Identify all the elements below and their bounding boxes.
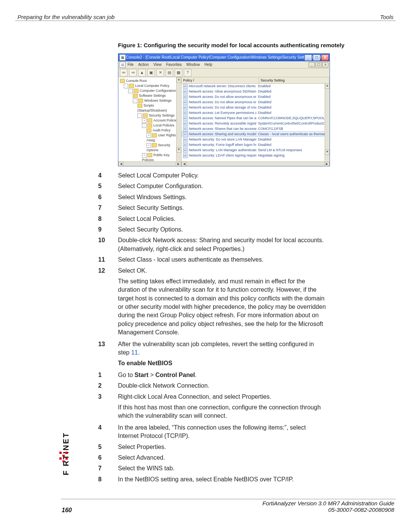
mdi-close-button[interactable]: x [322, 62, 328, 67]
policy-row[interactable]: abNetwork access: Allow anonymous SID/Na… [182, 89, 325, 94]
tree-expander-icon[interactable]: - [128, 89, 133, 93]
help-button[interactable]: ? [184, 69, 191, 77]
scroll-right-icon[interactable]: ▶ [324, 162, 330, 166]
header-rule [15, 21, 396, 21]
tree-expander-icon[interactable]: - [124, 84, 128, 88]
menu-item[interactable]: View [153, 61, 162, 68]
policy-row[interactable]: abNetwork access: Named Pipes that can b… [182, 115, 325, 121]
policy-row[interactable]: abNetwork security: LDAP client signing … [182, 153, 325, 158]
tree-node[interactable]: +Security Options [120, 143, 180, 153]
list-vertical-scrollbar[interactable]: ▲ ▼ [325, 83, 330, 161]
policy-row[interactable]: abNetwork access: Do not allow storage o… [182, 105, 325, 110]
scroll-left-icon[interactable]: ◀ [182, 162, 187, 166]
tree-expander-icon[interactable]: + [147, 133, 151, 138]
policy-name: Network access: Named Pipes that can be … [189, 116, 256, 120]
folder-icon [147, 128, 151, 133]
step-crossref-link[interactable]: 11 [131, 349, 138, 356]
policy-row[interactable]: abNetwork access: Let Everyone permissio… [182, 110, 325, 115]
list-horizontal-scrollbar[interactable]: ◀ ▶ [182, 161, 330, 166]
menu-item[interactable]: Favorites [166, 61, 182, 68]
scroll-right-icon[interactable]: ▶ [176, 162, 181, 166]
policy-value: System\CurrentControlSet\Control\Product… [258, 121, 325, 125]
delete-button[interactable]: ✕ [156, 69, 164, 77]
policy-value: Classic - local users authenticate as th… [258, 132, 325, 136]
step-text: Go to Start > Control Panel. [118, 371, 327, 379]
tree-node[interactable]: -Local Policies [120, 123, 180, 128]
step-number: 4 [98, 423, 118, 441]
policy-row[interactable]: abNetwork security: LAN Manager authenti… [182, 147, 325, 153]
policy-row[interactable]: abNetwork access: Sharing and security m… [182, 131, 325, 137]
policy-value: Disabled [258, 111, 271, 115]
nav-back-button[interactable]: ⇐ [120, 69, 127, 77]
column-header-policy[interactable]: Policy / [182, 77, 259, 83]
mdi-restore-button[interactable]: ▢ [315, 62, 322, 67]
policy-row[interactable]: abNetwork access: Do not allow anonymous… [182, 94, 325, 99]
mdi-minimize-button[interactable]: _ [309, 62, 315, 67]
tree-node[interactable]: Audit Policy [120, 128, 180, 133]
tree-label: Security Settings [149, 113, 175, 117]
menu-item[interactable]: Help [204, 61, 212, 68]
tree-node[interactable]: -Computer Configuration [120, 88, 180, 93]
scroll-down-icon[interactable]: ▼ [177, 147, 181, 153]
step-note: The setting takes effect immediately, an… [118, 277, 327, 337]
properties-button[interactable]: ▤ [166, 69, 173, 77]
tree-node[interactable]: +Account Policies [120, 118, 180, 123]
tree-expander-icon[interactable]: - [142, 123, 147, 128]
tree-expander-icon[interactable]: + [147, 143, 151, 148]
tree-expander-icon[interactable]: + [142, 153, 147, 158]
tree-node[interactable]: Console Root [120, 78, 180, 83]
close-button[interactable]: X [321, 54, 329, 61]
policy-row[interactable]: abNetwork security: Do not store LAN Man… [182, 137, 325, 142]
step-text: Double-click Network access: Sharing and… [118, 236, 327, 253]
policy-row[interactable]: abNetwork access: Do not allow anonymous… [182, 99, 325, 105]
step-item: 4In the area labeled, “This connection u… [98, 423, 327, 441]
scroll-left-icon[interactable]: ◀ [118, 162, 124, 166]
step-number: 11 [98, 256, 118, 264]
list-header[interactable]: Policy / Security Setting [182, 77, 330, 84]
menu-item[interactable]: File [127, 61, 134, 68]
scroll-down-icon[interactable]: ▼ [325, 150, 330, 155]
policy-row[interactable]: abNetwork access: Remotely accessible re… [182, 121, 325, 126]
tree-horizontal-scrollbar[interactable]: ◀ ▶ [118, 161, 181, 166]
policy-item-icon: ab [183, 100, 188, 105]
tree-node[interactable]: Software Settings [120, 93, 180, 98]
policy-row[interactable]: abMicrosoft network server: Disconnect c… [182, 83, 325, 89]
step-item: 8Select Local Policies. [98, 215, 327, 223]
tree-vertical-scrollbar[interactable]: ▲ ▼ [176, 77, 181, 161]
folder-icon [147, 153, 152, 157]
step-number: 8 [98, 475, 118, 484]
tree-node[interactable]: -Local Computer Policy [120, 83, 180, 88]
tree-expander-icon[interactable]: - [137, 113, 142, 118]
nav-forward-button[interactable]: ⇒ [129, 69, 137, 77]
policy-item-icon: ab [183, 143, 188, 147]
column-header-setting[interactable]: Security Setting [259, 77, 330, 83]
maximize-button[interactable]: □ [313, 54, 320, 61]
tree-label: Account Policies [153, 118, 178, 122]
tree-node[interactable]: +User Rights Assig [120, 133, 180, 143]
scroll-up-icon[interactable]: ▲ [325, 83, 330, 89]
menu-item[interactable]: Action [138, 61, 149, 68]
tree-expander-icon[interactable]: + [142, 118, 147, 123]
step-number: 9 [98, 225, 118, 234]
step-item: 4Select Local Computer Policy. [98, 171, 327, 180]
up-button[interactable]: ▲ [138, 69, 146, 77]
policy-item-icon: ab [183, 148, 188, 153]
export-button[interactable]: ▦ [175, 69, 182, 77]
policy-row[interactable]: abNetwork security: Force logoff when lo… [182, 142, 325, 147]
tree-node[interactable]: -Security Settings [120, 113, 180, 118]
mmc-tree-pane[interactable]: Console Root-Local Computer Policy-Compu… [118, 77, 182, 166]
step-item: 12 Select OK. [98, 267, 327, 275]
menu-item[interactable]: Window [186, 61, 200, 68]
mmc-details-pane[interactable]: Policy / Security Setting abMicrosoft ne… [182, 77, 330, 166]
tree-expander-icon[interactable]: - [133, 99, 137, 103]
mmc-titlebar[interactable]: ▦ Console2 - [Console Root\Local Compute… [118, 54, 330, 61]
step-item: 5Select Properties. [98, 443, 327, 451]
policy-row[interactable]: abNetwork access: Shares that can be acc… [182, 126, 325, 131]
policy-value: Disabled [258, 143, 271, 147]
step-text: Select Local Computer Policy. [118, 171, 327, 180]
show-tree-button[interactable]: ▣ [147, 69, 155, 77]
scroll-up-icon[interactable]: ▲ [177, 77, 181, 83]
tree-node[interactable]: Scripts (Startup/Shutdown) [120, 103, 180, 113]
minimize-button[interactable]: _ [304, 54, 312, 61]
tree-node[interactable]: -Windows Settings [120, 98, 180, 103]
